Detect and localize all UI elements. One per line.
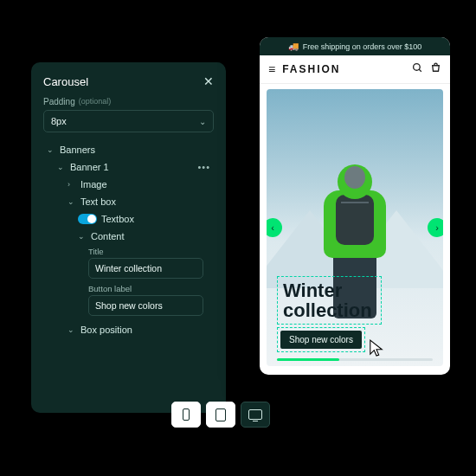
textbox-toggle[interactable] [78,214,97,224]
svg-point-0 [414,64,421,71]
button-label-input[interactable]: Shop new colors [88,295,203,316]
padding-label-text: Padding [43,97,75,106]
promo-bar: 🚚 Free shipping on orders over $100 [260,37,450,55]
tablet-icon [215,408,226,421]
mobile-preview: 🚚 Free shipping on orders over $100 ≡ FA… [260,37,450,375]
tree-label: Banner 1 [70,162,109,172]
hero-title: Winter collection [283,280,372,320]
carousel-progress [277,358,433,361]
tree-text-box[interactable]: ⌄ Text box [43,193,214,210]
padding-select[interactable]: 8px ⌄ [43,110,214,132]
tree-image[interactable]: › Image [43,176,214,193]
panel-title: Carousel [43,75,88,88]
menu-icon[interactable]: ≡ [268,62,275,76]
settings-tree: ⌄ Banners ⌄ Banner 1 ••• › Image ⌄ Text … [43,141,214,338]
hero-cta-button[interactable]: Shop new colors [280,331,362,349]
tree-label: Box position [80,325,132,335]
button-label-field-label: Button label [88,284,214,293]
desktop-icon [248,409,262,420]
phone-icon [183,408,190,421]
search-icon[interactable] [412,62,423,76]
cart-icon[interactable] [430,62,441,76]
device-switcher [171,402,270,428]
chevron-down-icon: ⌄ [47,145,55,154]
tree-label: Banners [60,145,95,155]
selected-button-box[interactable]: Shop new colors [277,327,365,352]
tree-label: Content [91,231,125,241]
more-icon[interactable]: ••• [197,162,214,172]
tree-box-position[interactable]: ⌄ Box position [43,321,214,338]
title-field-label: Title [88,247,214,256]
cursor-icon [369,338,384,357]
chevron-down-icon: ⌄ [68,197,76,206]
tree-content[interactable]: ⌄ Content [43,228,214,245]
carousel-settings-panel: Carousel ✕ Padding (optional) 8px ⌄ ⌄ Ba… [31,62,226,413]
padding-value: 8px [51,116,67,126]
padding-label: Padding (optional) [43,97,214,106]
tree-label: Text box [80,196,116,207]
svg-line-1 [419,69,421,72]
tree-textbox-toggle-row: Textbox [43,210,214,228]
device-desktop-button[interactable] [241,402,270,428]
device-tablet-button[interactable] [206,402,235,428]
chevron-right-icon: › [68,180,76,189]
carousel-hero: ‹ › Winter collection Shop new colors [267,89,443,366]
brand-logo: FASHION [282,63,405,75]
tree-label: Image [80,179,107,190]
tree-banner-1[interactable]: ⌄ Banner 1 ••• [43,158,214,176]
tree-label: Textbox [101,214,134,224]
close-icon[interactable]: ✕ [203,74,214,88]
truck-icon: 🚚 [288,42,299,51]
device-mobile-button[interactable] [171,402,201,428]
chevron-down-icon: ⌄ [78,232,87,241]
hero-title-line1: Winter [283,280,342,301]
tree-banners[interactable]: ⌄ Banners [43,141,214,158]
selected-title-box[interactable]: Winter collection [277,276,382,325]
carousel-next-button[interactable]: › [428,218,443,237]
panel-header: Carousel ✕ [43,74,214,88]
chevron-down-icon: ⌄ [57,163,66,171]
chevron-down-icon: ⌄ [68,325,76,334]
site-header: ≡ FASHION [260,55,450,84]
chevron-down-icon: ⌄ [199,117,206,126]
padding-optional-text: (optional) [79,97,112,106]
title-input[interactable]: Winter collection [88,258,203,279]
hero-title-line2: collection [283,299,372,321]
promo-text: Free shipping on orders over $100 [303,42,422,51]
